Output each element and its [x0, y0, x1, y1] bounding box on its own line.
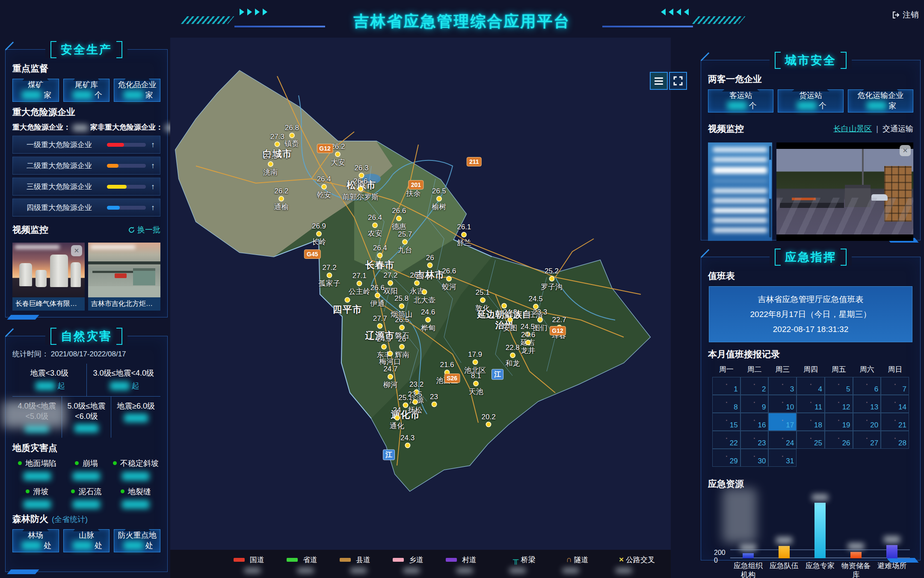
calendar-day-cell[interactable]: 18 [797, 413, 825, 431]
legend-item[interactable]: × 公路交叉 [605, 555, 646, 573]
blur-patch [2, 401, 66, 428]
legend-swatch [499, 558, 510, 562]
calendar-day-cell[interactable]: 22 [712, 431, 740, 449]
calendar-day-cell[interactable]: 14 [881, 395, 909, 413]
legend-glyph-icon: × [619, 557, 624, 562]
forest-sub-label: (全省统计) [52, 515, 88, 524]
geo-hazard-item: 泥石流 [62, 486, 111, 509]
calendar-day-cell[interactable]: 3 [768, 377, 797, 395]
tank-shape [36, 270, 47, 287]
bar-track [107, 164, 146, 168]
day-number: 23 [758, 439, 766, 448]
calendar-day-cell[interactable]: 4 [797, 377, 825, 395]
map-canvas[interactable]: 26.8 镇赉 27.3 白城市 27.5 洮南 26.2 通榆 26.4 [170, 38, 671, 578]
earthquake-cell: 3.0级≤地震<4.0级 起 [87, 364, 161, 396]
calendar-day-cell[interactable]: 10 [768, 395, 797, 413]
calendar-day-cell[interactable]: 7 [881, 377, 909, 395]
close-icon[interactable]: ✕ [900, 145, 911, 156]
camera-list-blurred[interactable] [708, 142, 772, 241]
calendar-day-cell[interactable]: 25 [797, 431, 825, 449]
day-number: 30 [758, 457, 766, 465]
video-thumbnail[interactable]: 吉林市吉化北方炬霜工贸责任... [88, 243, 160, 311]
calendar-day-cell[interactable]: 12 [825, 395, 853, 413]
chart-plot-area: 应急组织机构 应急队伍 应急专家 物资储备库 [730, 494, 910, 558]
weekday-label: 周六 [853, 365, 881, 374]
calendar-day-cell[interactable]: 15 [712, 413, 740, 431]
calendar-day-cell[interactable]: 13 [853, 395, 881, 413]
legend-label: 隧道 [574, 555, 589, 565]
earthquake-row: 地震<3.0级 起 3.0级≤地震<4.0级 起 [12, 364, 160, 397]
legend-item[interactable]: 省道 [287, 555, 328, 573]
bar-column: 应急组织机构 [730, 494, 766, 558]
stat-time: 统计时间： 2021/08/17-2022/08/17 [12, 349, 160, 359]
blurred-value [36, 382, 55, 390]
blurred-value [74, 424, 98, 433]
legend-item[interactable]: ∩ 隧道 [552, 555, 593, 573]
map-layers-button[interactable] [650, 72, 668, 90]
map[interactable]: 26.8 镇赉 27.3 白城市 27.5 洮南 26.2 通榆 26.4 [170, 38, 671, 578]
refresh-batch-button[interactable]: 换一批 [128, 225, 160, 235]
weekday-label: 周三 [768, 365, 797, 374]
scrollbar-thumb[interactable] [769, 160, 771, 199]
blurred-value [776, 537, 792, 544]
logout-button[interactable]: 注销 [892, 9, 919, 21]
earthquake-cell: 5.0级≤地震<6.0级 [62, 397, 112, 438]
close-icon[interactable]: ✕ [71, 245, 82, 256]
calendar-day-cell[interactable]: 17 [768, 413, 797, 431]
stat-box: 危化品企业 家 [114, 79, 160, 102]
weekday-label: 周一 [712, 365, 740, 374]
video-thumbnail[interactable]: ✕ 长春巨峰气体有限责任公司 [12, 243, 85, 311]
road-shield: 211 [467, 157, 482, 166]
day-number: 24 [786, 439, 794, 448]
legend-item[interactable]: 县道 [340, 555, 381, 573]
calendar-day-cell[interactable]: 21 [881, 413, 909, 431]
calendar-day-cell[interactable]: 26 [825, 431, 853, 449]
day-number: 27 [870, 439, 878, 448]
calendar-day-cell[interactable]: 27 [853, 431, 881, 449]
legend-label: 村道 [462, 555, 477, 565]
calendar-day-cell[interactable]: 30 [740, 449, 769, 467]
duty-line-2: 2022年8月17日（今日，星期三） [712, 307, 909, 322]
bar-track [107, 206, 146, 210]
stat-box: 客运站 个 [708, 89, 773, 113]
calendar-day-cell[interactable]: 5 [825, 377, 853, 395]
logout-icon [892, 11, 900, 19]
calendar-day-cell[interactable]: 9 [740, 395, 769, 413]
tab-changbaishan[interactable]: 长白山景区 [833, 124, 872, 134]
calendar-day-cell[interactable]: 19 [825, 413, 853, 431]
legend-item[interactable]: 国道 [234, 555, 275, 573]
legend-item[interactable]: 乡道 [393, 555, 434, 573]
legend-label: 乡道 [409, 555, 424, 565]
camera-live-view[interactable]: ✕ [776, 142, 913, 241]
calendar-day-cell[interactable]: 6 [853, 377, 881, 395]
calendar-day-cell[interactable]: 24 [768, 431, 797, 449]
calendar-day-cell[interactable]: 16 [740, 413, 769, 431]
calendar-day-cell[interactable]: 23 [740, 431, 769, 449]
tab-transport[interactable]: 交通运输 [883, 124, 913, 134]
hazard-level-row: 一级重大危险源企业 ↑ [12, 136, 160, 154]
calendar-day-cell[interactable]: 29 [712, 449, 740, 467]
bar-column: 应急专家 [802, 494, 838, 558]
bar-category-label: 物资储备库 [839, 562, 873, 578]
calendar-day-cell[interactable]: 1 [712, 377, 740, 395]
blurred-value [73, 124, 88, 131]
river-label: 江 [383, 450, 395, 460]
duty-roster-card: 吉林省应急管理厅应急值班表 2022年8月17日（今日，星期三） 2022-08… [709, 286, 912, 342]
blurred-value [740, 544, 756, 551]
legend-item[interactable]: ╥ 桥梁 [499, 555, 540, 573]
legend-item[interactable]: 村道 [446, 555, 487, 573]
dashboard-root: 吉林省应急管理综合应用平台 注销 安全生产 重点监督 煤矿 家 尾矿库 个 [0, 0, 924, 578]
day-number: 13 [870, 403, 878, 412]
header-line-left [234, 26, 325, 27]
map-fullscreen-button[interactable] [669, 72, 687, 90]
calendar-day-cell[interactable]: 11 [797, 395, 825, 413]
forest-stats: 林场 处 山脉 处 防火重点地 处 [12, 529, 160, 552]
blurred-value [24, 472, 51, 480]
calendar-day-cell[interactable]: 8 [712, 395, 740, 413]
calendar-day-cell[interactable]: 31 [768, 449, 797, 467]
calendar-day-cell[interactable]: 2 [740, 377, 769, 395]
tank-shape [71, 262, 81, 287]
calendar-day-cell[interactable]: 28 [881, 431, 909, 449]
calendar-day-cell[interactable]: 20 [853, 413, 881, 431]
blurred-value [797, 101, 817, 110]
